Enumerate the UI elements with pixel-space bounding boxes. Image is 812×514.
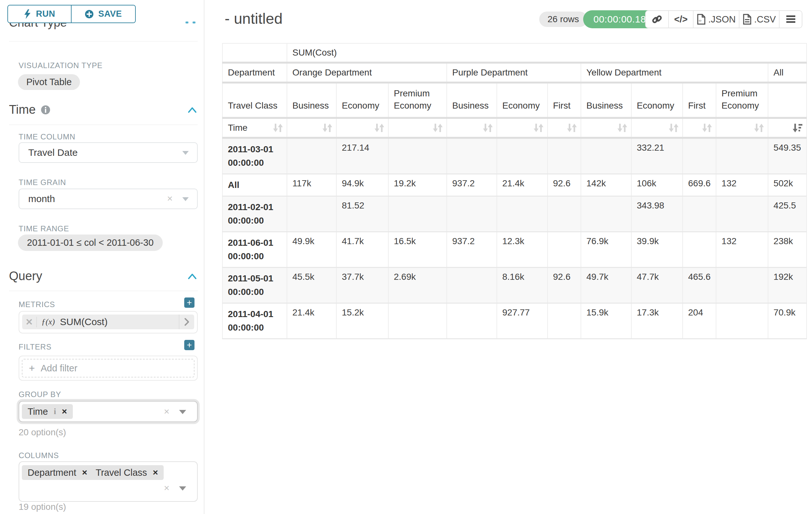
add-metric-button[interactable]: + (184, 297, 195, 308)
run-save-group: RUN SAVE (7, 5, 136, 23)
chevron-down-icon (182, 151, 189, 155)
sort-column-button[interactable] (287, 118, 336, 138)
collapse-query-icon[interactable] (187, 272, 197, 280)
export-json-button[interactable]: ‹› .JSON (693, 11, 739, 28)
pivot-table-container: SUM(Cost)DepartmentOrange DepartmentPurp… (222, 43, 807, 339)
table-cell (497, 196, 548, 232)
metric-name: SUM(Cost) (60, 317, 108, 327)
visualization-type-value[interactable]: Pivot Table (18, 74, 80, 90)
travel-class-header: Business (287, 83, 336, 118)
group-by-label: GROUP BY (19, 390, 61, 399)
expand-metric-button[interactable] (179, 315, 194, 329)
remove-chip-icon[interactable]: × (153, 467, 158, 478)
chevron-down-icon[interactable] (179, 486, 186, 491)
travel-class-header: First (683, 83, 716, 118)
remove-chip-icon[interactable]: × (82, 467, 87, 478)
travel-class-header: First (548, 83, 581, 118)
sort-column-button[interactable] (631, 118, 683, 138)
table-cell: 937.2 (447, 232, 497, 267)
chart-title[interactable]: - untitled (225, 10, 283, 27)
run-button[interactable]: RUN (8, 5, 71, 23)
table-cell: 37.7k (336, 267, 388, 303)
sort-icon (483, 123, 493, 133)
table-cell: 132 (716, 232, 768, 267)
travel-class-header: Premium Economy (388, 83, 447, 118)
time-grain-label: TIME GRAIN (19, 178, 66, 187)
sort-column-button[interactable] (497, 118, 548, 138)
sort-column-button[interactable] (336, 118, 388, 138)
sort-column-button[interactable] (581, 118, 631, 138)
table-cell (548, 196, 581, 232)
table-cell (447, 138, 497, 174)
info-icon[interactable]: i (54, 407, 56, 416)
columns-select[interactable]: Department × Travel Class × × (19, 461, 198, 502)
time-column-label: TIME COLUMN (19, 132, 76, 141)
chip-label: Department (28, 467, 77, 478)
time-grain-value: month (28, 193, 55, 204)
table-cell: 15.9k (581, 303, 631, 339)
sort-column-button[interactable] (683, 118, 716, 138)
table-cell (497, 138, 548, 174)
table-cell: 937.2 (447, 174, 497, 196)
table-cell: 927.77 (497, 303, 548, 339)
clear-icon[interactable]: × (167, 193, 173, 204)
travel-class-header: Economy (336, 83, 388, 118)
table-row: 2011-02-01 00:00:0081.52343.98425.5 (223, 196, 807, 232)
table-cell (548, 138, 581, 174)
sort-column-button[interactable] (388, 118, 447, 138)
remove-chip-icon[interactable]: × (62, 406, 67, 417)
time-range-value[interactable]: 2011-01-01 ≤ col < 2011-06-30 (18, 235, 163, 251)
time-column-select[interactable]: Travel Date (19, 142, 198, 163)
table-cell: 132 (716, 174, 768, 196)
table-cell (447, 303, 497, 339)
clear-icon[interactable]: × (164, 483, 170, 493)
travel-class-header: Economy (631, 83, 683, 118)
collapse-time-icon[interactable] (187, 106, 197, 114)
group-by-chip-time[interactable]: Time i × (22, 404, 73, 419)
export-json-label: .JSON (708, 14, 735, 25)
sort-icon (322, 123, 333, 133)
clear-icon[interactable]: × (164, 406, 170, 417)
table-cell: 94.9k (336, 174, 388, 196)
chip-label: Travel Class (96, 467, 147, 478)
save-button[interactable]: SAVE (71, 5, 135, 23)
time-heading-label: Time (9, 103, 36, 117)
filters-label: FILTERS (19, 343, 52, 351)
link-icon (651, 14, 662, 25)
group-by-select[interactable]: Time i × × (19, 401, 198, 422)
table-cell: 669.6 (683, 174, 716, 196)
department-group-header: Orange Department (287, 63, 447, 83)
menu-button[interactable] (779, 11, 802, 28)
table-cell (716, 138, 768, 174)
info-icon[interactable] (41, 105, 50, 115)
group-by-hint: 20 option(s) (19, 427, 66, 437)
sort-column-button[interactable] (548, 118, 581, 138)
columns-chip-department[interactable]: Department × (22, 465, 93, 480)
columns-chip-travel-class[interactable]: Travel Class × (90, 465, 164, 480)
add-filter-plus-button[interactable]: + (184, 340, 195, 350)
table-row: 2011-03-01 00:00:00217.14332.21549.35 (223, 138, 807, 174)
time-grain-select[interactable]: month × (19, 189, 198, 209)
metric-body: ƒ(x) SUM(Cost) (37, 317, 179, 327)
sort-column-button[interactable] (447, 118, 497, 138)
table-cell: 8.16k (497, 267, 548, 303)
sort-column-button[interactable] (768, 118, 807, 138)
export-csv-button[interactable]: .CSV (739, 11, 779, 28)
plus-circle-icon (85, 10, 94, 19)
add-filter-button[interactable]: + Add filter (22, 359, 195, 377)
sort-column-button[interactable] (716, 118, 768, 138)
sort-time-button[interactable]: Time (223, 118, 287, 138)
table-cell: 15.2k (336, 303, 388, 339)
metric-chip[interactable]: ✕ ƒ(x) SUM(Cost) (22, 315, 194, 329)
table-cell: 21.4k (287, 303, 336, 339)
lightning-icon (24, 9, 31, 19)
share-link-button[interactable] (646, 11, 668, 28)
chevron-down-icon[interactable] (179, 410, 186, 414)
pivot-table: SUM(Cost)DepartmentOrange DepartmentPurp… (222, 43, 807, 339)
chevron-up-icon (193, 22, 196, 23)
table-cell: 45.5k (287, 267, 336, 303)
table-cell: 142k (581, 174, 631, 196)
table-cell (581, 138, 631, 174)
remove-metric-icon[interactable]: ✕ (22, 317, 37, 327)
view-query-button[interactable]: </> (668, 11, 693, 28)
